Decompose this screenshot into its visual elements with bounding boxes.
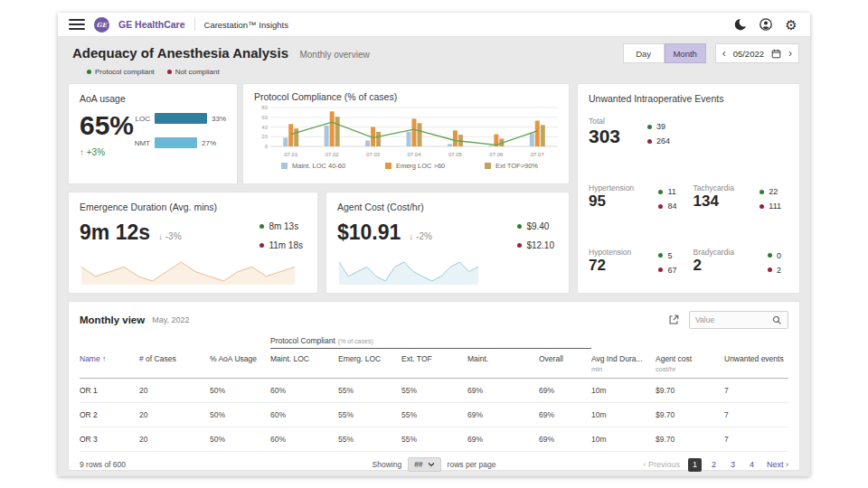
cell-overall: 69%	[539, 386, 591, 395]
page-button-3[interactable]: 3	[726, 458, 740, 472]
table-header-row: Name ↑# of Cases% AoA UsageMaint. LOCEme…	[80, 354, 788, 379]
compliant-dot	[658, 190, 663, 194]
search-input[interactable]	[695, 315, 769, 324]
account-icon[interactable]	[758, 16, 774, 33]
event-compliant-count: 5	[667, 251, 672, 260]
chevron-left-icon[interactable]: ‹	[722, 48, 726, 59]
table-body: OR 12050%60%55%55%69%69%10m$9.707OR 2205…	[80, 379, 788, 452]
legend-label: Not compliant	[175, 68, 220, 76]
events-total: Total 303 39 264	[589, 117, 788, 147]
column-header-emerg-loc[interactable]: Emerg. LOC	[338, 354, 401, 363]
cell-unwanted-events: 7	[724, 435, 788, 444]
event-noncompliant-count: 111	[769, 202, 781, 211]
event-compliant-count: 0	[777, 251, 781, 260]
page-button-2[interactable]: 2	[707, 458, 721, 472]
svg-text:07.02: 07.02	[326, 152, 340, 157]
emergence-compliant-value: 8m 13s	[269, 221, 298, 231]
settings-icon[interactable]: ⚙	[783, 16, 799, 33]
column-header-of-cases[interactable]: # of Cases	[139, 354, 210, 363]
group-header-note: (% of cases)	[338, 338, 373, 344]
event-label: Tachycardia	[693, 183, 734, 192]
column-subheader: min	[591, 365, 652, 373]
column-header-aoa-usage[interactable]: % AoA Usage	[210, 354, 270, 363]
column-header-unwanted-events[interactable]: Unwanted events	[724, 354, 788, 363]
dark-mode-icon[interactable]	[732, 16, 749, 33]
cell-of-cases: 20	[139, 410, 210, 419]
previous-page-button[interactable]: ‹ Previous	[643, 460, 680, 469]
emergence-sparkline	[80, 257, 297, 286]
group-header-label: Protocol Compliant	[270, 336, 335, 345]
next-page-button[interactable]: Next ›	[767, 460, 788, 469]
cell-maint-loc: 60%	[270, 386, 338, 395]
cell-of-cases: 20	[139, 386, 210, 395]
table-row-or-2[interactable]: OR 22050%60%55%55%69%69%10m$9.707	[80, 403, 788, 427]
event-value: 95	[589, 192, 634, 211]
svg-text:07.01: 07.01	[284, 152, 298, 157]
cell-maint: 69%	[467, 386, 539, 395]
event-tile-tachycardia: Tachycardia13422111	[693, 183, 789, 211]
pagination: ‹ Previous 1234 Next ›	[643, 458, 788, 472]
column-header-agent-cost[interactable]: Agent costcost/hr	[656, 354, 724, 373]
day-button[interactable]: Day	[623, 43, 665, 63]
emergence-noncompliant-value: 11m 18s	[269, 240, 303, 250]
svg-text:07.05: 07.05	[448, 152, 463, 157]
calendar-icon[interactable]	[771, 49, 781, 59]
noncompliant-dot	[259, 243, 264, 248]
event-noncompliant-count: 67	[667, 266, 676, 275]
card-title: Unwanted Intraoperative Events	[589, 93, 788, 104]
cell-emerg-loc: 55%	[338, 410, 401, 419]
legend-label: Emerg LOC >60	[396, 162, 445, 170]
cell-aoa-usage: 50%	[210, 435, 270, 444]
event-compliant-count: 22	[769, 187, 778, 196]
cell-agent-cost: $9.70	[656, 386, 724, 395]
column-header-maint[interactable]: Maint.	[467, 354, 539, 363]
legend-swatch	[485, 163, 491, 169]
export-icon[interactable]	[667, 314, 680, 326]
chevron-right-icon[interactable]: ›	[788, 48, 792, 59]
total-noncompliant-count: 264	[656, 136, 670, 145]
svg-text:60: 60	[261, 115, 268, 120]
aoa-bar-nmt: NMT27%	[132, 137, 230, 148]
compliant-dot	[517, 224, 522, 229]
svg-text:07.03: 07.03	[366, 152, 381, 157]
card-title: Emergence Duration (Avg. mins)	[80, 202, 307, 212]
search-icon[interactable]	[772, 315, 782, 325]
event-compliant-count: 11	[667, 187, 675, 196]
rows-info: 9 rows of 600	[80, 460, 288, 469]
cell-aoa-usage: 50%	[210, 386, 270, 395]
column-header-ext-tof[interactable]: Ext. TOF	[401, 354, 467, 363]
rows-per-page-label: rows per page	[448, 460, 496, 469]
legend-label: Protocol compliant	[95, 68, 155, 76]
noncompliant-dot	[517, 243, 522, 248]
table-footer: 9 rows of 600 Showing ## rows per page ‹…	[80, 452, 788, 477]
date-picker: ‹ 05/2022 ›	[715, 43, 799, 63]
page-button-4[interactable]: 4	[745, 458, 759, 472]
aoa-bar-loc: LOC33%	[132, 113, 230, 124]
agent-cost-value: $10.91	[337, 221, 401, 245]
svg-text:80: 80	[261, 105, 268, 110]
protocol-compliance-card: Protocol Compliance (% of cases) 0204060…	[242, 83, 570, 184]
agent-noncompliant-value: $12.10	[526, 240, 554, 250]
chart-legend: Maint. LOC 40-60Emerg LOC >60Ext TOF>90%	[254, 161, 558, 170]
table-title: Monthly view	[80, 314, 145, 325]
table-row-or-1[interactable]: OR 12050%60%55%55%69%69%10m$9.707	[80, 379, 788, 403]
page-button-1[interactable]: 1	[688, 458, 702, 472]
cell-aoa-usage: 50%	[210, 410, 270, 419]
compliant-dot	[259, 224, 264, 229]
column-header-avg-ind-dura[interactable]: Avg Ind Dura...min	[591, 354, 656, 373]
column-header-overall[interactable]: Overall	[539, 354, 591, 363]
event-value: 134	[693, 192, 734, 211]
month-button[interactable]: Month	[665, 43, 706, 63]
rows-per-page-dropdown[interactable]: ##	[408, 457, 440, 472]
event-label: Hypotension	[589, 248, 631, 257]
menu-icon[interactable]	[69, 19, 85, 30]
cell-emerg-loc: 55%	[338, 386, 401, 395]
column-header-maint-loc[interactable]: Maint. LOC	[270, 354, 338, 363]
emergence-delta: ↓ -3%	[158, 231, 182, 241]
svg-text:07.07: 07.07	[531, 152, 545, 157]
event-value: 2	[693, 257, 734, 275]
column-header-name[interactable]: Name ↑	[80, 354, 139, 363]
card-title: AoA usage	[80, 93, 226, 104]
cell-maint: 69%	[467, 435, 539, 444]
table-row-or-3[interactable]: OR 32050%60%55%55%69%69%10m$9.707	[80, 427, 788, 452]
